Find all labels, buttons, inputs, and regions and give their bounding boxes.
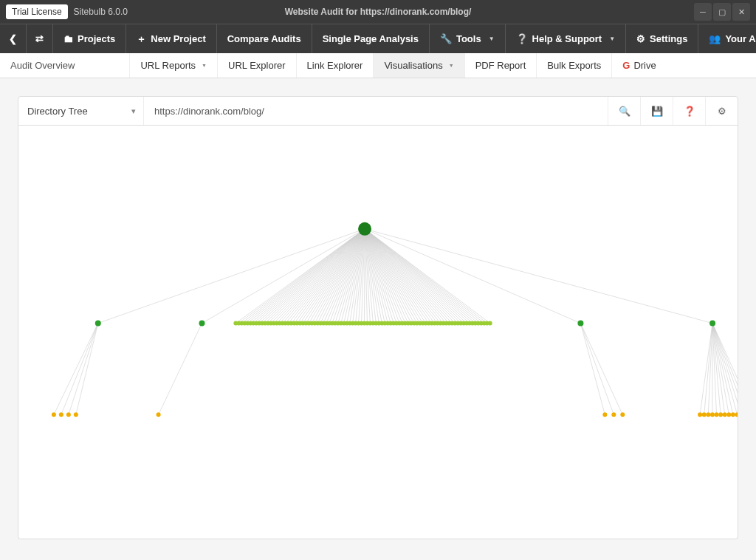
new-project-button[interactable]: ＋ New Project [126, 24, 216, 53]
svg-point-214 [698, 412, 702, 417]
svg-line-89 [202, 229, 365, 324]
svg-line-59 [365, 229, 408, 324]
svg-line-81 [365, 229, 472, 324]
svg-line-5 [250, 229, 365, 324]
audit-overview-label[interactable]: Audit Overview [0, 53, 85, 78]
save-button[interactable]: 💾 [640, 97, 673, 125]
svg-point-210 [157, 412, 161, 417]
sub-navigation: Audit Overview URL Reports URL Explorer … [0, 53, 756, 78]
help-button[interactable]: ❓ [673, 97, 705, 125]
svg-line-22 [300, 229, 365, 324]
svg-line-12 [271, 229, 365, 324]
tab-pdf-report[interactable]: PDF Report [464, 53, 537, 78]
trial-license-badge: Trial License [6, 4, 68, 19]
save-icon: 💾 [651, 106, 663, 117]
panel-header: Directory Tree https://dinorank.com/blog… [18, 96, 738, 126]
subnav-spacer [85, 53, 129, 78]
svg-line-2 [241, 229, 365, 324]
svg-point-207 [59, 412, 63, 417]
svg-point-208 [66, 412, 71, 417]
settings-label: Settings [650, 33, 687, 44]
maximize-button[interactable]: ▢ [713, 3, 731, 21]
tab-bulk-exports[interactable]: Bulk Exports [536, 53, 611, 78]
projects-label: Projects [78, 33, 115, 44]
svg-line-68 [365, 229, 434, 324]
svg-point-222 [731, 412, 735, 417]
svg-line-6 [253, 229, 365, 324]
svg-point-203 [199, 321, 205, 327]
svg-point-215 [702, 412, 707, 417]
svg-point-219 [718, 412, 723, 417]
single-page-button[interactable]: Single Page Analysis [312, 24, 430, 53]
svg-line-13 [274, 229, 365, 324]
svg-line-75 [365, 229, 455, 324]
panel-actions: 🔍 💾 ❓ ⚙ [608, 97, 738, 125]
plus-icon: ＋ [137, 33, 146, 46]
tools-dropdown[interactable]: 🔧 Tools [430, 24, 506, 53]
compare-audits-button[interactable]: Compare Audits [217, 24, 312, 53]
search-button[interactable]: 🔍 [608, 97, 640, 125]
app-version-label: Sitebulb 6.0.0 [74, 7, 128, 17]
new-project-label: New Project [151, 33, 205, 44]
svg-line-69 [365, 229, 437, 324]
svg-line-18 [289, 229, 365, 324]
svg-line-98 [580, 324, 614, 415]
close-button[interactable]: ✕ [732, 3, 750, 21]
svg-line-90 [365, 229, 580, 324]
tab-visualisations[interactable]: Visualisations [373, 53, 464, 78]
back-button[interactable]: ❮ [0, 24, 27, 53]
svg-line-29 [320, 229, 365, 324]
users-icon: 👥 [709, 33, 721, 44]
content-area: Directory Tree https://dinorank.com/blog… [0, 78, 756, 557]
tab-url-explorer[interactable]: URL Explorer [217, 53, 296, 78]
svg-line-85 [365, 229, 484, 324]
svg-line-62 [365, 229, 417, 324]
swap-button[interactable]: ⇄ [27, 24, 53, 53]
svg-point-228 [358, 222, 371, 236]
svg-line-19 [292, 229, 365, 324]
projects-button[interactable]: 🖿 Projects [53, 24, 126, 53]
svg-point-211 [602, 412, 607, 417]
wrench-icon: 🔧 [440, 33, 452, 44]
tab-link-explorer[interactable]: Link Explorer [296, 53, 374, 78]
swap-icon: ⇄ [35, 33, 44, 44]
url-display: https://dinorank.com/blog/ [144, 97, 608, 125]
account-button[interactable]: 👥 Your Account [698, 24, 756, 53]
svg-point-213 [620, 412, 625, 417]
search-icon: 🔍 [619, 106, 630, 117]
svg-line-92 [54, 324, 98, 415]
tab-url-reports[interactable]: URL Reports [129, 53, 217, 78]
svg-line-93 [61, 324, 98, 415]
svg-point-221 [726, 412, 731, 417]
window-controls: ─ ▢ ✕ [694, 3, 750, 21]
svg-line-101 [704, 324, 712, 415]
config-button[interactable]: ⚙ [705, 97, 738, 125]
visualisation-type-select[interactable]: Directory Tree [18, 97, 144, 125]
gear-icon: ⚙ [636, 33, 645, 44]
svg-point-218 [715, 412, 719, 417]
google-icon: G [622, 60, 630, 71]
svg-point-206 [52, 412, 56, 417]
svg-point-220 [723, 412, 727, 417]
svg-line-107 [712, 324, 729, 415]
folder-icon: 🖿 [63, 33, 73, 44]
tab-drive[interactable]: G Drive [611, 53, 666, 78]
tree-canvas[interactable] [18, 126, 738, 539]
single-page-label: Single Page Analysis [323, 33, 419, 44]
svg-line-100 [700, 324, 712, 415]
svg-line-86 [365, 229, 487, 324]
minimize-button[interactable]: ─ [694, 3, 712, 21]
question-icon: ❔ [516, 33, 528, 44]
svg-line-105 [712, 324, 721, 415]
svg-point-223 [735, 412, 738, 417]
help-dropdown[interactable]: ❔ Help & Support [506, 24, 627, 53]
settings-button[interactable]: ⚙ Settings [626, 24, 698, 53]
svg-line-102 [708, 324, 712, 415]
tree-svg [18, 126, 738, 539]
compare-audits-label: Compare Audits [227, 33, 301, 44]
svg-line-97 [580, 324, 605, 415]
chevron-left-icon: ❮ [9, 33, 17, 44]
account-label: Your Account [725, 33, 756, 44]
svg-line-73 [365, 229, 449, 324]
svg-line-96 [159, 324, 202, 415]
